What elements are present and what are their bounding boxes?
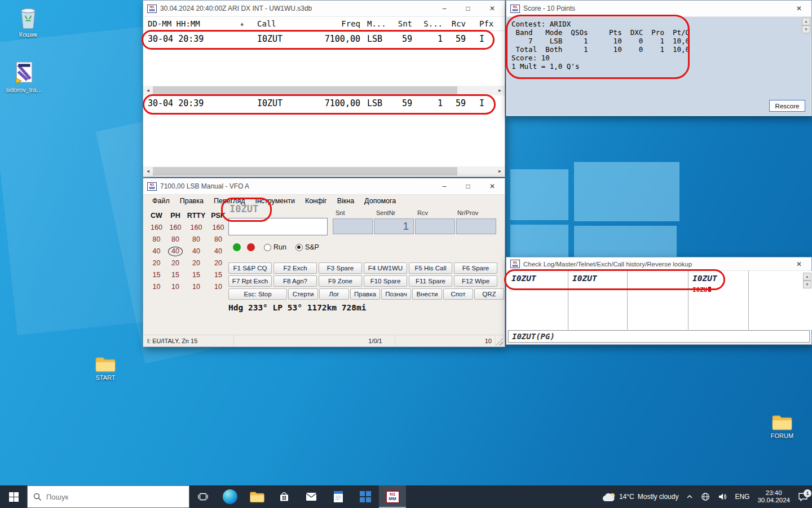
band-cell-15-psk[interactable]: 15 [208, 271, 229, 279]
search-input[interactable] [46, 493, 170, 501]
check-window-titlebar[interactable]: N1MM Check Log/Master/Telnet/Exch/Call h… [506, 257, 811, 271]
spin-down-icon[interactable]: ▼ [803, 281, 811, 288]
col-snt[interactable]: Snt [392, 17, 412, 30]
menu-windows[interactable]: Вікна [332, 197, 359, 205]
f1-button[interactable]: F1 S&P CQ [228, 262, 272, 274]
log-window-titlebar[interactable]: N1MM 30.04.2024 20:40:00Z ARI DX INT - U… [143, 1, 505, 17]
esc-stop-button[interactable]: Esc: Stop [228, 288, 287, 300]
scrollbar-thumb[interactable] [153, 167, 457, 176]
check-master-entry[interactable]: I0ZUT [572, 274, 597, 283]
forum-folder-icon[interactable]: FORUM [760, 414, 805, 439]
minimize-button[interactable]: – [433, 1, 456, 16]
store-button[interactable] [271, 485, 298, 508]
spin-up-icon[interactable]: ▲ [803, 273, 811, 281]
horizontal-scrollbar[interactable]: ◄ ► [143, 167, 505, 176]
spot-button[interactable]: Спот [443, 288, 473, 300]
mail-button[interactable] [298, 485, 325, 508]
scroll-right-icon[interactable]: ► [495, 86, 505, 95]
start-button[interactable] [0, 485, 27, 508]
close-button[interactable]: ✕ [787, 257, 811, 270]
menu-help[interactable]: Допомога [359, 197, 401, 205]
file-explorer-button[interactable] [244, 485, 271, 508]
band-cell-160-psk[interactable]: 160 [208, 224, 229, 231]
minimize-button[interactable]: – [433, 178, 456, 194]
resize-grip[interactable] [496, 338, 503, 345]
edge-button[interactable] [217, 485, 244, 508]
entry-window-titlebar[interactable]: N1MM 7100,00 LSB Manual - VFO A – □ ✕ [143, 178, 505, 195]
qrz-button[interactable]: QRZ [474, 288, 504, 300]
maximize-button[interactable]: □ [456, 1, 480, 16]
close-button[interactable]: ✕ [480, 178, 505, 194]
spin-down-icon[interactable]: ▼ [802, 25, 810, 33]
action-center-button[interactable]: 1 [794, 485, 812, 508]
f7-button[interactable]: F7 Rpt Exch [228, 275, 272, 287]
f2-button[interactable]: F2 Exch [273, 262, 317, 274]
task-view-button[interactable] [189, 485, 217, 508]
horizontal-scrollbar[interactable]: ◄ ► [143, 86, 505, 95]
network-button[interactable] [697, 485, 714, 508]
band-cell-10-ph[interactable]: 10 [166, 283, 185, 291]
col-rcv[interactable]: Rcv [443, 17, 466, 30]
band-cell-40-ph-selected[interactable]: 40 [166, 247, 185, 255]
col-datetime[interactable]: DD-MM HH:MM ▲ [143, 17, 249, 30]
f11-button[interactable]: F11 Spare [409, 275, 452, 287]
recycle-bin-icon[interactable]: Кошик [6, 5, 51, 38]
volume-button[interactable] [714, 485, 731, 508]
tray-overflow-button[interactable] [682, 485, 697, 508]
band-cell-20-cw[interactable]: 20 [147, 259, 166, 267]
wipe-button[interactable]: Стерти [288, 288, 318, 300]
close-button[interactable]: ✕ [787, 1, 811, 16]
snt-field[interactable] [333, 218, 373, 234]
close-button[interactable]: ✕ [480, 1, 505, 16]
f8-button[interactable]: F8 Agn? [273, 275, 317, 287]
menu-edit[interactable]: Правка [175, 197, 209, 205]
log-button[interactable]: Лог [319, 288, 349, 300]
band-cell-20-rtty[interactable]: 20 [185, 259, 208, 267]
edit-button[interactable]: Правка [350, 288, 380, 300]
band-cell-15-rtty[interactable]: 15 [185, 271, 208, 279]
band-cell-15-ph[interactable]: 15 [166, 271, 185, 279]
band-cell-80-cw[interactable]: 80 [147, 235, 166, 243]
f9-button[interactable]: F9 Zone [319, 275, 362, 287]
col-call[interactable]: Call [249, 17, 321, 30]
band-cell-10-rtty[interactable]: 10 [185, 283, 208, 291]
spin-up-icon[interactable]: ▲ [802, 17, 810, 25]
col-mode[interactable]: M... [360, 17, 392, 30]
sidorov-file-icon[interactable]: sidorov_tra... [1, 61, 46, 93]
f4-button[interactable]: F4 UW1WU [364, 262, 407, 274]
callsign-input[interactable] [228, 218, 328, 235]
run-radio[interactable] [264, 244, 271, 251]
band-cell-160-cw[interactable]: 160 [147, 224, 166, 231]
taskbar-search[interactable] [27, 485, 189, 508]
scrollbar-thumb[interactable] [153, 86, 457, 95]
menu-config[interactable]: Конфіг [300, 197, 332, 205]
clock[interactable]: 23:40 30.04.2024 [753, 485, 794, 508]
log-column-headers[interactable]: DD-MM HH:MM ▲ Call Freq M... Snt S... Rc… [143, 17, 505, 31]
col-freq[interactable]: Freq [321, 17, 360, 30]
store-button[interactable]: Внести [412, 288, 442, 300]
sentnr-field[interactable]: 1 [374, 218, 414, 234]
band-cell-10-cw[interactable]: 10 [147, 283, 166, 291]
nrprov-field[interactable] [456, 218, 496, 234]
start-folder-icon[interactable]: START [83, 356, 128, 381]
band-cell-160-rtty[interactable]: 160 [185, 224, 208, 231]
notepad-button[interactable] [325, 485, 352, 508]
band-cell-20-ph[interactable]: 20 [166, 259, 185, 267]
col-pfx[interactable]: Pfx [466, 17, 491, 30]
band-cell-10-psk[interactable]: 10 [208, 283, 229, 291]
grid-app-button[interactable] [352, 485, 379, 508]
f12-button[interactable]: F12 Wipe [454, 275, 497, 287]
band-cell-20-psk[interactable]: 20 [208, 259, 229, 267]
mark-button[interactable]: Познач [381, 288, 411, 300]
check-history-entry[interactable]: I0ZUT [692, 274, 717, 283]
scroll-right-icon[interactable]: ► [495, 167, 505, 176]
weather-widget[interactable]: 14°C Mostly cloudy [598, 485, 683, 508]
menu-file[interactable]: Файл [147, 197, 175, 205]
band-cell-80-rtty[interactable]: 80 [185, 235, 208, 243]
band-cell-160-ph[interactable]: 160 [166, 224, 185, 231]
f3-button[interactable]: F3 Spare [319, 262, 362, 274]
band-cell-40-cw[interactable]: 40 [147, 247, 166, 255]
rcv-field[interactable] [415, 218, 455, 234]
rescore-button[interactable]: Rescore [769, 100, 805, 112]
band-cell-40-rtty[interactable]: 40 [185, 247, 208, 255]
